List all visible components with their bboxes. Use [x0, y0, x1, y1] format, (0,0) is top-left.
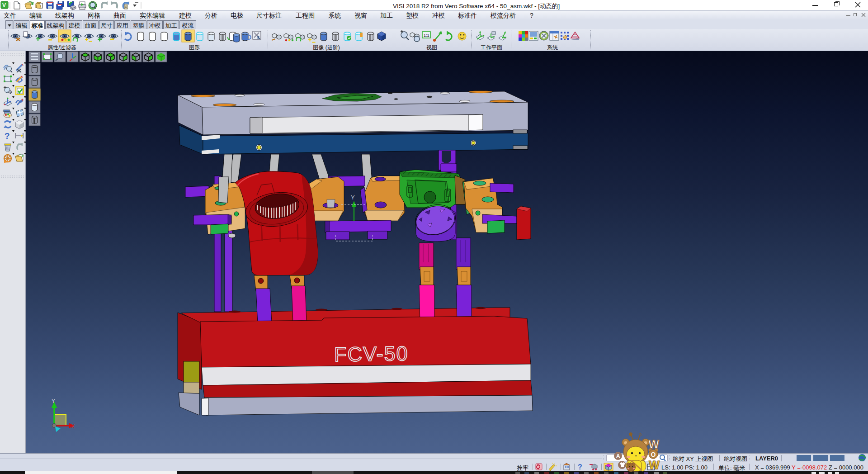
svg-text:V: V: [2, 2, 6, 9]
svg-text:FCV-50: FCV-50: [334, 342, 409, 366]
svg-text:?: ?: [5, 131, 10, 141]
svg-text:?: ?: [578, 463, 582, 471]
svg-text:1:1: 1:1: [424, 33, 429, 38]
svg-text:W: W: [649, 459, 660, 471]
svg-text:Y: Y: [351, 194, 355, 201]
svg-text:X: X: [71, 423, 75, 430]
svg-text:A: A: [616, 453, 621, 460]
svg-text:O: O: [651, 451, 656, 458]
svg-text:Y: Y: [52, 398, 55, 404]
